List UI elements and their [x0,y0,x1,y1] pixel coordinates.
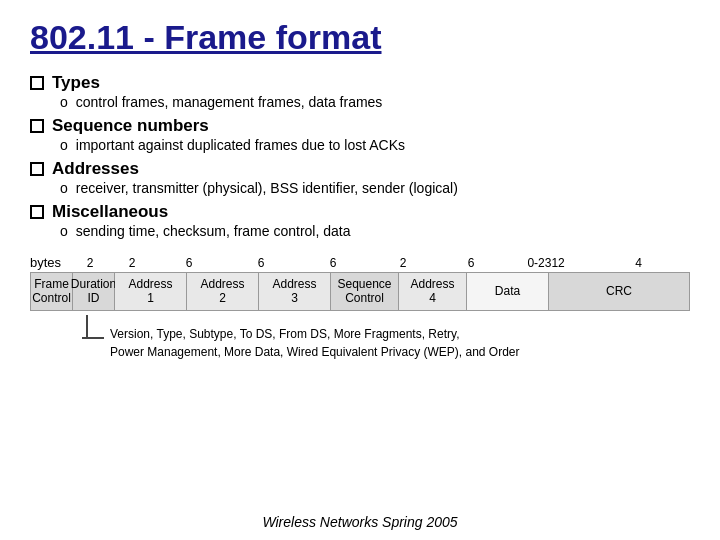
cell-label-1b: ID [88,291,100,305]
arrow-note-area: Version, Type, Subtype, To DS, From DS, … [82,315,690,361]
frame-cell-5: Sequence Control [331,273,399,310]
arrow-shape [82,315,104,339]
bullet-icon-types [30,76,44,90]
cell-label-8: CRC [606,284,632,298]
cell-label-5: Sequence [337,277,391,291]
num-1: 2 [111,256,153,270]
frame-cell-0: Frame Control [31,273,73,310]
section-sequence: Sequence numbers o important against dup… [30,116,690,153]
frame-table: Frame Control Duration ID Address 1 Addr… [30,272,690,311]
frame-diagram: bytes 2 2 6 6 6 2 6 0-2312 4 Frame Contr… [30,255,690,361]
num-5: 2 [369,256,437,270]
bullet-addresses-main: Addresses [30,159,690,179]
bullet-sequence-main: Sequence numbers [30,116,690,136]
bullet-addresses-sub-text: receiver, transmitter (physical), BSS id… [76,180,458,196]
bytes-label: bytes [30,255,61,270]
arrow-vertical [86,315,88,337]
num-0: 2 [69,256,111,270]
cell-label-0: Frame [34,277,69,291]
section-types: Types o control frames, management frame… [30,73,690,110]
section-misc: Miscellaneous o sending time, checksum, … [30,202,690,239]
bullet-types-sub: o control frames, management frames, dat… [60,94,690,110]
cell-label-3: Address [200,277,244,291]
cell-label-1: Duration [71,277,116,291]
footer: Wireless Networks Spring 2005 [30,514,690,530]
bullet-icon-misc [30,205,44,219]
frame-cell-8: CRC [549,273,689,310]
frame-cell-6: Address 4 [399,273,467,310]
frame-cell-2: Address 1 [115,273,187,310]
frame-cell-1: Duration ID [73,273,115,310]
frame-numbers: 2 2 6 6 6 2 6 0-2312 4 [69,256,690,270]
sub-bullet-icon: o [60,94,68,110]
content-area: Types o control frames, management frame… [30,73,690,508]
sub-bullet-icon-3: o [60,180,68,196]
bullet-misc-sub-text: sending time, checksum, frame control, d… [76,223,351,239]
cell-label-4b: 3 [291,291,298,305]
bullet-icon-sequence [30,119,44,133]
note-line-2: Power Management, More Data, Wired Equiv… [110,343,520,361]
cell-label-7: Data [495,284,520,298]
bullet-types-main: Types [30,73,690,93]
note-text: Version, Type, Subtype, To DS, From DS, … [110,325,520,361]
sub-bullet-icon-2: o [60,137,68,153]
cell-label-2: Address [128,277,172,291]
bullet-addresses-sub: o receiver, transmitter (physical), BSS … [60,180,690,196]
cell-label-6: Address [410,277,454,291]
num-2: 6 [153,256,225,270]
bullet-sequence-label: Sequence numbers [52,116,209,136]
bullet-misc-sub: o sending time, checksum, frame control,… [60,223,690,239]
num-8: 4 [587,256,690,270]
cell-label-6b: 4 [429,291,436,305]
cell-label-4: Address [272,277,316,291]
bullet-misc-main: Miscellaneous [30,202,690,222]
bullet-sequence-sub: o important against duplicated frames du… [60,137,690,153]
sub-bullet-icon-4: o [60,223,68,239]
num-7: 0-2312 [505,256,587,270]
arrow-horizontal [82,337,104,339]
num-3: 6 [225,256,297,270]
bullet-addresses-label: Addresses [52,159,139,179]
cell-label-5b: Control [345,291,384,305]
bullet-types-sub-text: control frames, management frames, data … [76,94,383,110]
cell-label-3b: 2 [219,291,226,305]
bullet-types-label: Types [52,73,100,93]
cell-label-0b: Control [32,291,71,305]
bullet-misc-label: Miscellaneous [52,202,168,222]
frame-cell-4: Address 3 [259,273,331,310]
bullet-sequence-sub-text: important against duplicated frames due … [76,137,405,153]
bullet-icon-addresses [30,162,44,176]
cell-label-2b: 1 [147,291,154,305]
num-4: 6 [297,256,369,270]
section-addresses: Addresses o receiver, transmitter (physi… [30,159,690,196]
note-line-1: Version, Type, Subtype, To DS, From DS, … [110,325,520,343]
frame-cell-3: Address 2 [187,273,259,310]
frame-cell-7: Data [467,273,549,310]
page-title: 802.11 - Frame format [30,18,690,57]
num-6: 6 [437,256,505,270]
frame-header-row: bytes 2 2 6 6 6 2 6 0-2312 4 [30,255,690,270]
